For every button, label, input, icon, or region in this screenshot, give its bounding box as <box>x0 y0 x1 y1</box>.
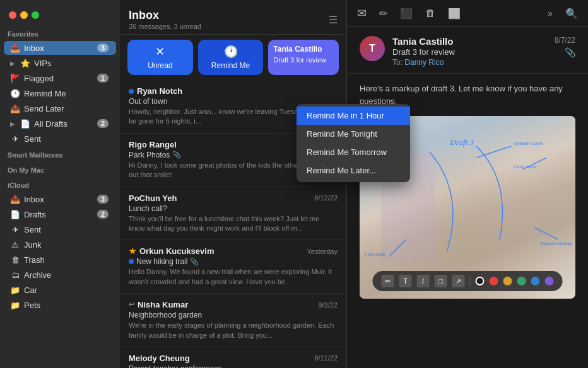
msg-subject: Lunch call? <box>129 204 338 213</box>
sidebar-item-flagged[interactable]: 🚩 Flagged 1 <box>4 71 116 85</box>
icloud-car-icon: 📁 <box>10 285 20 295</box>
sidebar-item-inbox[interactable]: 📥 Inbox 3 <box>4 41 116 55</box>
message-list: Inbox 26 messages, 3 unread ☰ ✕ Unread 🕐… <box>120 0 347 368</box>
remind-icon: 🕐 <box>10 88 20 98</box>
arrow-tool[interactable]: ↗ <box>452 275 465 287</box>
sidebar-item-label: VIPs <box>34 59 109 68</box>
unread-label: Unread <box>148 61 172 70</box>
inbox-icon: 📥 <box>10 43 20 53</box>
color-red[interactable] <box>490 277 498 285</box>
msg-subject: New hiking trail 📎 <box>129 257 338 266</box>
compose-icon[interactable]: ✏ <box>379 8 387 20</box>
inbox-title: Inbox <box>129 9 201 22</box>
table-row[interactable]: PoChun Yeh 8/12/22 Lunch call? Think you… <box>120 187 346 241</box>
table-row[interactable]: Melody Cheung 8/11/22 Parent teacher con… <box>120 347 346 368</box>
sender-name: PoChun Yeh <box>129 193 177 203</box>
sidebar-item-icloud-pets[interactable]: 📁 Pets <box>4 298 116 312</box>
send-later-icon: 📤 <box>10 103 20 113</box>
sidebar-item-icloud-archive[interactable]: 🗂 Archive <box>4 268 116 282</box>
message-item-header: ↩ Nisha Kumar 9/3/22 <box>129 300 338 309</box>
color-green[interactable] <box>517 277 526 285</box>
icloud-drafts-badge: 2 <box>97 210 109 219</box>
favorites-section-header: Favorites <box>0 25 120 40</box>
sidebar-item-icloud-car[interactable]: 📁 Car <box>4 283 116 297</box>
remind-hour-item[interactable]: Remind Me in 1 Hour <box>297 106 410 125</box>
drafts-badge: 2 <box>97 119 109 128</box>
expand-arrow-icon: ▶ <box>10 60 15 67</box>
sidebar-item-label: Send Later <box>24 104 109 113</box>
color-blue[interactable] <box>531 277 540 285</box>
flagged-icon: 🚩 <box>10 73 20 83</box>
email-from: Tania Castillo <box>392 36 547 47</box>
icloud-archive-icon: 🗂 <box>10 270 20 280</box>
message-item-header: PoChun Yeh 8/12/22 <box>129 193 338 203</box>
on-my-mac-header: On My Mac <box>0 161 120 176</box>
color-yellow[interactable] <box>503 277 512 285</box>
email-header: T Tania Castillo Draft 3 for review To: … <box>347 27 588 74</box>
text-tool[interactable]: T <box>399 275 412 287</box>
remind-label: Remind Me <box>211 61 250 70</box>
new-message-icon[interactable]: ✉ <box>357 6 367 20</box>
sidebar-item-vips[interactable]: ▶ ⭐ VIPs <box>4 56 116 70</box>
remind-clock-icon: 🕐 <box>224 45 238 59</box>
vips-icon: ⭐ <box>20 58 30 68</box>
sidebar-item-icloud-trash[interactable]: 🗑 Trash <box>4 253 116 267</box>
email-to: To: Danny Rico <box>392 58 547 67</box>
line-tool[interactable]: / <box>417 275 430 287</box>
sidebar-item-sent[interactable]: ✈ Sent <box>4 132 116 146</box>
image-toolbar: ✏ T / □ ↗ <box>373 271 563 291</box>
icloud-trash-icon: 🗑 <box>10 255 20 265</box>
sidebar-item-label: Pets <box>24 301 109 310</box>
unread-filter-button[interactable]: ✕ Unread <box>127 40 193 75</box>
msg-subject: Parent teacher conferences <box>129 364 338 368</box>
msg-date: Yesterday <box>307 248 338 255</box>
remind-later-item[interactable]: Remind Me Later... <box>297 161 410 180</box>
remind-tonight-item[interactable]: Remind Me Tonight <box>297 125 410 143</box>
archive-icon[interactable]: ⬛ <box>400 8 413 20</box>
smart-mailboxes-header: Smart Mailboxes <box>0 146 120 161</box>
sidebar-item-send-later[interactable]: 📤 Send Later <box>4 101 116 115</box>
pencil-tool[interactable]: ✏ <box>382 275 394 287</box>
color-black[interactable] <box>476 277 485 285</box>
svg-text:Draft 3: Draft 3 <box>449 137 474 147</box>
table-row[interactable]: ↩ Nisha Kumar 9/3/22 Neighborhood garden… <box>120 294 346 347</box>
minimize-button[interactable] <box>20 11 28 19</box>
email-toolbar: ✉ ✏ ⬛ 🗑 ⬜ » 🔍 <box>347 0 588 27</box>
search-icon[interactable]: 🔍 <box>565 8 578 20</box>
message-item-header: ★ Orkun Kucuksevim Yesterday <box>129 246 338 256</box>
sidebar-item-icloud-inbox[interactable]: 📥 Inbox 3 <box>4 192 116 206</box>
sidebar-item-icloud-drafts[interactable]: 📄 Drafts 2 <box>4 207 116 221</box>
color-purple[interactable] <box>545 277 554 285</box>
fullscreen-button[interactable] <box>32 11 39 19</box>
sidebar-item-label: Sent <box>24 225 109 234</box>
remind-tomorrow-item[interactable]: Remind Me Tomorrow <box>297 143 410 161</box>
sender-name: ↩ Nisha Kumar <box>129 300 188 309</box>
sidebar-item-all-drafts[interactable]: ▶ 📄 All Drafts 2 <box>4 117 116 130</box>
draft-filter-button[interactable]: Tania Castillo Draft 3 for review <box>268 40 339 75</box>
list-menu-icon[interactable]: ☰ <box>329 14 338 26</box>
sidebar-item-remind-me[interactable]: 🕐 Remind Me <box>4 86 116 100</box>
sidebar-item-label: Junk <box>24 240 109 250</box>
star-icon: ★ <box>129 246 136 256</box>
svg-text:Less noise: Less noise <box>514 164 536 170</box>
close-button[interactable] <box>9 11 16 19</box>
more-icon[interactable]: » <box>548 8 553 18</box>
remind-filter-button[interactable]: 🕐 Remind Me <box>198 40 264 75</box>
svg-line-2 <box>389 239 406 257</box>
move-icon[interactable]: ⬜ <box>448 8 461 20</box>
table-row[interactable]: ★ Orkun Kucuksevim Yesterday New hiking … <box>120 240 346 294</box>
message-item-header: Melody Cheung 8/11/22 <box>129 354 338 363</box>
message-list-header: Inbox 26 messages, 3 unread ☰ <box>120 0 346 35</box>
icloud-sent-icon: ✈ <box>10 224 20 234</box>
toolbar-divider <box>470 276 471 286</box>
attachment-icon: 📎 <box>172 151 181 159</box>
filter-row: ✕ Unread 🕐 Remind Me Tania Castillo Draf… <box>120 35 346 80</box>
sidebar-item-icloud-sent[interactable]: ✈ Sent <box>4 222 116 236</box>
sidebar-item-icloud-junk[interactable]: ⚠ Junk <box>4 238 116 251</box>
email-subject: Draft 3 for review <box>392 47 547 57</box>
sidebar-item-label: Flagged <box>24 74 93 83</box>
shape-tool[interactable]: □ <box>435 275 447 287</box>
email-meta: Tania Castillo Draft 3 for review To: Da… <box>392 36 547 67</box>
delete-icon[interactable]: 🗑 <box>425 8 435 19</box>
icloud-inbox-icon: 📥 <box>10 194 20 204</box>
